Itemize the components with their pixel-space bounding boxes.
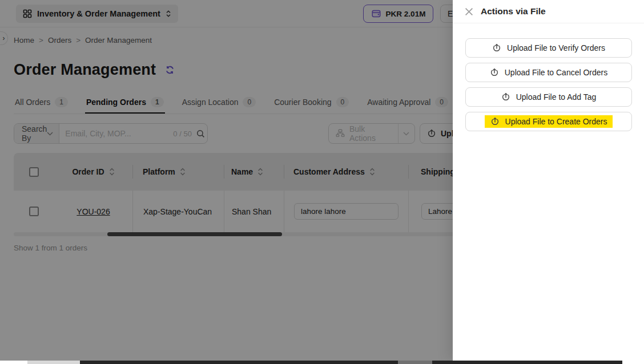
bottom-scrollbar-segment xyxy=(398,361,432,364)
drawer-header: Actions via File xyxy=(453,0,644,23)
upload-icon xyxy=(490,117,500,126)
upload-file-add-tag-button[interactable]: Upload File to Add Tag xyxy=(465,87,632,107)
app-root: Inventory & Order Management PKR 2.01M E… xyxy=(0,0,644,364)
drawer-action-label: Upload File to Verify Orders xyxy=(507,43,605,52)
drawer-action-label: Upload File to Create Orders xyxy=(505,117,607,126)
drawer-action-label: Upload File to Add Tag xyxy=(516,92,597,102)
bottom-scrollbar-thumb[interactable] xyxy=(80,361,398,364)
upload-file-verify-orders-button[interactable]: Upload File to Verify Orders xyxy=(465,38,632,58)
highlight-annotation: Upload File to Create Orders xyxy=(485,115,613,128)
upload-icon xyxy=(492,43,501,52)
drawer-overlay-mask[interactable] xyxy=(0,0,453,361)
bottom-scrollbar-thumb[interactable] xyxy=(432,361,622,364)
drawer-action-label: Upload File to Cancel Orders xyxy=(505,68,608,77)
actions-via-file-drawer: Actions via File Upload File to Verify O… xyxy=(453,0,644,361)
drawer-title: Actions via File xyxy=(481,6,546,17)
upload-icon xyxy=(501,92,510,102)
bottom-scrollbar-segment xyxy=(27,361,80,364)
close-icon[interactable] xyxy=(464,6,474,17)
upload-file-cancel-orders-button[interactable]: Upload File to Cancel Orders xyxy=(465,63,632,82)
upload-icon xyxy=(490,68,499,77)
bottom-scrollbar xyxy=(0,361,644,364)
upload-file-create-orders-button[interactable]: Upload File to Create Orders xyxy=(465,112,632,131)
